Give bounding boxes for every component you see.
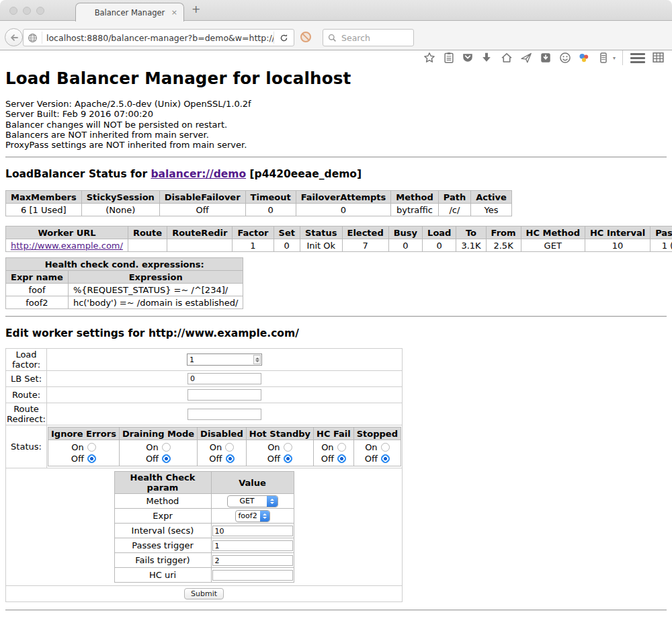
table-row: Expr foof2: [114, 509, 294, 524]
cell: 0: [296, 204, 391, 216]
route-label: Route:: [6, 387, 47, 403]
off-label: Off: [209, 454, 222, 464]
passes-input[interactable]: [212, 540, 293, 551]
cell: 1: [233, 239, 274, 252]
header-cell: From: [486, 226, 521, 239]
zoom-button[interactable]: [36, 7, 44, 15]
site-identity[interactable]: [24, 32, 42, 44]
status-on-radio[interactable]: [162, 443, 171, 452]
header-cell: MaxMembers: [6, 191, 82, 204]
lb-set-input[interactable]: [187, 373, 261, 384]
reload-button[interactable]: [274, 32, 294, 44]
table-row: HC uri: [114, 568, 294, 583]
form-field-cell: [211, 568, 294, 583]
status-off-radio[interactable]: [381, 454, 390, 463]
minimize-button[interactable]: [23, 7, 31, 15]
form-row: LB Set:: [6, 371, 403, 387]
fails-input[interactable]: [212, 555, 293, 566]
url-text[interactable]: localhost:8880/balancer-manager?b=demo&w…: [42, 33, 274, 43]
cell: hc('body') =~ /domain is established/: [68, 296, 243, 309]
form-row: Load factor:: [6, 349, 403, 371]
status-label: Status:: [6, 425, 47, 468]
off-label: Off: [321, 454, 334, 464]
cell: 0: [423, 239, 456, 252]
method-select[interactable]: GET: [227, 495, 278, 507]
select-stepper-icon: [267, 496, 278, 507]
method-label: Method: [114, 494, 211, 509]
cell: 0: [274, 239, 300, 252]
expr-select[interactable]: foof2: [235, 510, 270, 522]
server-info: Server Version: Apache/2.5.0-dev (Unix) …: [5, 99, 667, 150]
cell: [167, 239, 233, 252]
header-cell: HC Interval: [585, 226, 650, 239]
cell: 3.1K: [456, 239, 486, 252]
worker-url-link[interactable]: http://www.example.com/: [11, 241, 123, 251]
balancer-link[interactable]: balancer://demo: [151, 168, 246, 180]
back-button[interactable]: [5, 28, 23, 46]
form-field-cell: [211, 524, 294, 538]
form-field-cell: [47, 349, 403, 371]
hc-uri-input[interactable]: [212, 570, 293, 581]
adblock-icon[interactable]: [300, 31, 312, 43]
browser-tab[interactable]: Balancer Manager ×: [75, 3, 184, 22]
table-row: Method GET: [114, 494, 294, 509]
status-off-radio[interactable]: [162, 454, 171, 463]
cell: 1 (0): [650, 239, 672, 252]
cell: bytraffic: [391, 204, 438, 216]
search-input[interactable]: [340, 32, 409, 44]
url-bar[interactable]: localhost:8880/balancer-manager?b=demo&w…: [23, 29, 294, 46]
header-cell: Path: [438, 191, 470, 204]
form-row: Route:: [6, 387, 403, 403]
status-off-radio[interactable]: [226, 454, 235, 463]
status-off-radio[interactable]: [337, 454, 346, 463]
cell: GET: [521, 239, 585, 252]
table-title-row: Health check cond. expressions:: [6, 258, 243, 271]
header-cell: Passes: [650, 226, 672, 239]
header-cell: HC Fail: [314, 427, 354, 440]
worker-settings-form: Load factor: LB Set: Route: Route Redire…: [5, 348, 403, 602]
lb-set-label: LB Set:: [6, 371, 47, 387]
on-label: On: [210, 442, 222, 452]
status-on-radio[interactable]: [87, 443, 96, 452]
header-cell: HC Method: [521, 226, 585, 239]
status-on-radio[interactable]: [225, 443, 234, 452]
cell: Yes: [471, 204, 512, 216]
header-cell: To: [456, 226, 486, 239]
divider: [5, 316, 667, 317]
status-radio-cell: On Off: [314, 440, 354, 466]
table-header-row: Expr name Expression: [6, 271, 243, 284]
off-label: Off: [71, 454, 84, 464]
form-field-cell: [47, 387, 403, 403]
header-cell: FailoverAttempts: [296, 191, 391, 204]
window-controls: [9, 7, 44, 15]
divider: [5, 610, 667, 611]
interval-input[interactable]: [212, 526, 293, 536]
status-on-radio[interactable]: [381, 443, 390, 452]
close-button[interactable]: [9, 7, 17, 15]
cell: /c/: [438, 204, 470, 216]
header-cell: Load: [423, 226, 456, 239]
proxypass-notice-line: ProxyPass settings are NOT inherited fro…: [5, 140, 667, 150]
new-tab-button[interactable]: +: [192, 3, 200, 15]
server-built-line: Server Built: Feb 9 2016 07:00:20: [5, 109, 667, 119]
load-factor-input[interactable]: [187, 354, 253, 365]
route-redirect-input[interactable]: [187, 409, 261, 420]
form-field-cell: [211, 553, 294, 568]
table-row: http://www.example.com/ 1 0 Init Ok 7 0 …: [6, 239, 672, 252]
header-cell: Elected: [342, 226, 388, 239]
search-bar[interactable]: [323, 29, 414, 46]
submit-button[interactable]: Submit: [184, 588, 224, 599]
status-on-radio[interactable]: [284, 443, 292, 452]
lb-status-prefix: LoadBalancer Status for: [5, 168, 151, 180]
form-row: Submit: [6, 586, 403, 602]
status-off-radio[interactable]: [87, 454, 96, 463]
form-field-cell: [47, 403, 403, 425]
route-input[interactable]: [187, 389, 261, 401]
status-on-radio[interactable]: [337, 443, 346, 452]
number-spinner-icon[interactable]: [253, 355, 261, 364]
tab-close-icon[interactable]: ×: [171, 8, 177, 17]
table-header-row: MaxMembers StickySession DisableFailover…: [6, 191, 512, 204]
status-off-radio[interactable]: [284, 454, 292, 463]
header-cell: Disabled: [198, 427, 247, 440]
form-row: Route Redirect:: [6, 403, 403, 425]
